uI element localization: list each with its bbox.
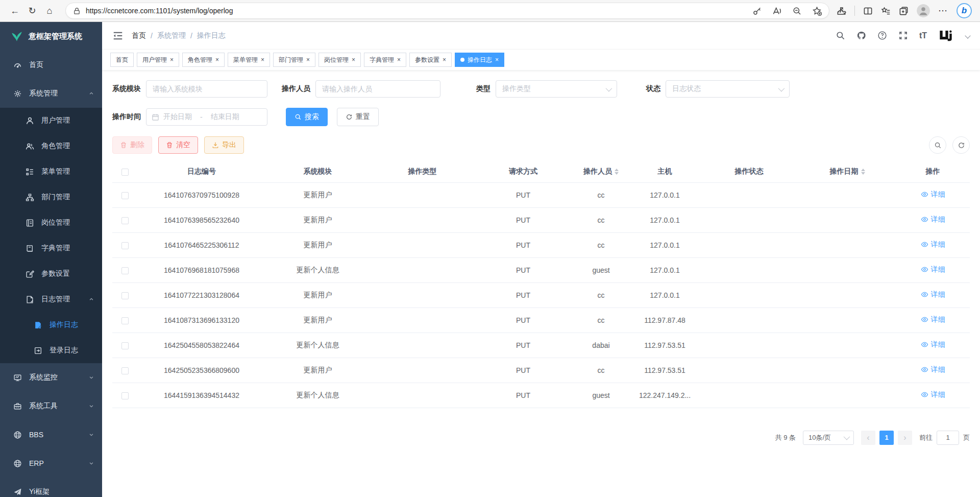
- extensions-icon[interactable]: [837, 6, 846, 16]
- operator-filter-input[interactable]: [315, 80, 440, 98]
- browser-menu-icon[interactable]: ⋯: [938, 5, 948, 16]
- close-icon[interactable]: [215, 57, 219, 63]
- sidebar-item-roles[interactable]: 角色管理: [0, 133, 102, 159]
- prev-page-button[interactable]: [861, 431, 875, 445]
- tab-dept-mgmt[interactable]: 部门管理: [273, 53, 315, 67]
- close-icon[interactable]: [397, 57, 401, 63]
- browser-toolbar: ← ↻ ⌂ https://ccnetcore.com:1101/system/…: [0, 0, 980, 22]
- export-button[interactable]: 导出: [204, 136, 244, 154]
- detail-link[interactable]: 详细: [921, 315, 945, 324]
- col-date[interactable]: 操作日期: [799, 161, 896, 182]
- user-logo-avatar[interactable]: [938, 28, 953, 43]
- tab-user-mgmt[interactable]: 用户管理: [137, 53, 179, 67]
- sidebar-item-menus[interactable]: 菜单管理: [0, 159, 102, 184]
- reset-button[interactable]: 重置: [337, 108, 379, 126]
- module-filter-input[interactable]: [146, 80, 267, 98]
- row-checkbox[interactable]: [121, 217, 129, 224]
- sidebar-item-login-log[interactable]: 登录日志: [0, 338, 102, 363]
- type-filter-select[interactable]: 操作类型: [496, 80, 617, 98]
- home-icon[interactable]: ⌂: [41, 3, 58, 19]
- page-size-select[interactable]: 10条/页: [803, 431, 854, 445]
- github-icon[interactable]: [856, 31, 866, 40]
- sidebar-item-operation-log[interactable]: 操作日志: [0, 312, 102, 338]
- read-aloud-icon[interactable]: [772, 6, 782, 16]
- clear-button[interactable]: 清空: [158, 136, 198, 154]
- close-icon[interactable]: [170, 57, 174, 63]
- tab-menu-mgmt[interactable]: 菜单管理: [228, 53, 270, 67]
- status-filter-select[interactable]: 日志状态: [666, 80, 790, 98]
- detail-link[interactable]: 详细: [921, 365, 945, 374]
- delete-button[interactable]: 删除: [112, 136, 152, 154]
- sort-icon[interactable]: [861, 169, 865, 175]
- favorite-add-icon[interactable]: [812, 6, 822, 16]
- tab-dict-mgmt[interactable]: 字典管理: [364, 53, 406, 67]
- tab-home[interactable]: 首页: [110, 53, 134, 67]
- row-checkbox[interactable]: [121, 392, 129, 399]
- search-button[interactable]: 搜索: [286, 108, 328, 126]
- cell-log-id: 1641087313696133120: [138, 307, 265, 333]
- row-checkbox[interactable]: [121, 242, 129, 249]
- sidebar-fold-icon[interactable]: [112, 30, 124, 41]
- back-icon[interactable]: ←: [6, 3, 23, 19]
- date-range-picker[interactable]: 开始日期 - 结束日期: [146, 108, 267, 126]
- search-icon[interactable]: [836, 31, 845, 40]
- current-page[interactable]: 1: [879, 431, 894, 445]
- font-size-icon[interactable]: tT: [919, 31, 927, 40]
- refresh-icon[interactable]: ↻: [23, 3, 41, 19]
- sidebar-item-users[interactable]: 用户管理: [0, 108, 102, 133]
- close-icon[interactable]: [306, 57, 310, 63]
- detail-link[interactable]: 详细: [921, 240, 945, 249]
- bing-chat-icon[interactable]: [957, 3, 972, 18]
- next-page-button[interactable]: [898, 431, 912, 445]
- detail-link[interactable]: 详细: [921, 215, 945, 224]
- detail-link[interactable]: 详细: [921, 340, 945, 349]
- tab-role-mgmt[interactable]: 角色管理: [182, 53, 225, 67]
- goto-page-input[interactable]: [937, 431, 959, 445]
- profile-avatar[interactable]: [917, 4, 930, 17]
- sidebar-item-home[interactable]: 首页: [0, 51, 102, 79]
- sidebar-item-logs[interactable]: 日志管理: [0, 287, 102, 312]
- sidebar-item-departments[interactable]: 部门管理: [0, 184, 102, 210]
- collections-icon[interactable]: [899, 6, 909, 16]
- col-operator[interactable]: 操作人员: [572, 161, 630, 182]
- row-checkbox[interactable]: [121, 292, 129, 299]
- row-checkbox[interactable]: [121, 267, 129, 274]
- close-icon[interactable]: [352, 57, 355, 63]
- row-checkbox[interactable]: [121, 192, 129, 199]
- detail-link[interactable]: 详细: [921, 390, 945, 399]
- sidebar-item-erp[interactable]: ERP: [0, 449, 102, 478]
- fullscreen-icon[interactable]: [898, 31, 908, 40]
- refresh-table-button[interactable]: [952, 136, 970, 154]
- sidebar-item-dictionary[interactable]: 字典管理: [0, 235, 102, 261]
- chevron-down-icon[interactable]: [965, 33, 970, 38]
- sidebar-item-bbs[interactable]: BBS: [0, 420, 102, 449]
- row-checkbox[interactable]: [121, 342, 129, 349]
- sidebar-item-yiframework[interactable]: Yi框架: [0, 478, 102, 497]
- show-search-button[interactable]: [929, 136, 946, 154]
- sidebar-item-posts[interactable]: 岗位管理: [0, 210, 102, 235]
- sidebar-item-tools[interactable]: 系统工具: [0, 392, 102, 420]
- close-icon[interactable]: [261, 57, 264, 63]
- breadcrumb-home[interactable]: 首页: [132, 31, 146, 40]
- zoom-out-icon[interactable]: [792, 6, 802, 16]
- sidebar-item-system[interactable]: 系统管理: [0, 79, 102, 108]
- favorites-list-icon[interactable]: [881, 6, 891, 16]
- close-icon[interactable]: [443, 57, 446, 63]
- tab-operation-log[interactable]: 操作日志: [455, 53, 504, 67]
- detail-link[interactable]: 详细: [921, 265, 945, 274]
- address-bar[interactable]: https://ccnetcore.com:1101/system/log/op…: [65, 3, 829, 19]
- password-key-icon[interactable]: [752, 6, 762, 16]
- row-checkbox[interactable]: [121, 317, 129, 324]
- select-all-checkbox[interactable]: [121, 169, 129, 176]
- detail-link[interactable]: 详细: [921, 290, 945, 299]
- split-screen-icon[interactable]: [863, 6, 873, 16]
- row-checkbox[interactable]: [121, 367, 129, 374]
- tab-post-mgmt[interactable]: 岗位管理: [318, 53, 361, 67]
- close-icon[interactable]: [495, 57, 499, 63]
- sidebar-item-monitor[interactable]: 系统监控: [0, 363, 102, 392]
- help-icon[interactable]: [877, 31, 887, 40]
- detail-link[interactable]: 详细: [921, 190, 945, 199]
- sidebar-item-parameters[interactable]: 参数设置: [0, 261, 102, 287]
- tab-param-settings[interactable]: 参数设置: [409, 53, 452, 67]
- sort-icon[interactable]: [615, 169, 619, 175]
